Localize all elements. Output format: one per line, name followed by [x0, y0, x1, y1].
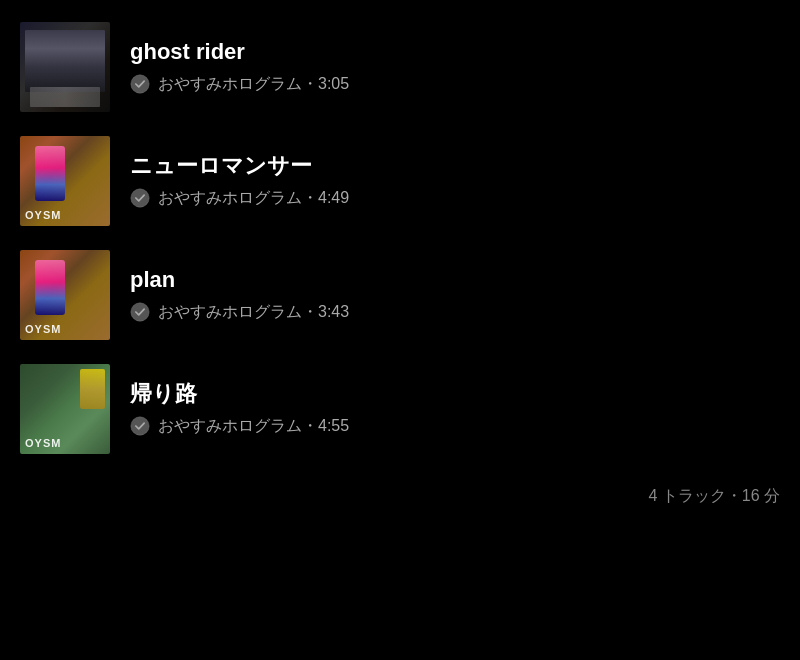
- track-item[interactable]: ニューロマンサー おやすみホログラム・4:49: [0, 124, 800, 238]
- track-info: ghost rider おやすみホログラム・3:05: [130, 39, 780, 94]
- track-title: plan: [130, 267, 780, 293]
- track-subtitle: おやすみホログラム・3:05: [158, 74, 349, 95]
- track-subtitle: おやすみホログラム・4:49: [158, 188, 349, 209]
- album-art: [20, 364, 110, 454]
- track-meta: おやすみホログラム・4:55: [130, 416, 780, 437]
- album-art: [20, 136, 110, 226]
- svg-point-3: [131, 417, 149, 435]
- track-count-footer: 4 トラック・16 分: [0, 466, 800, 527]
- checkmark-icon: [130, 188, 150, 208]
- track-title: 帰り路: [130, 381, 780, 407]
- track-item[interactable]: plan おやすみホログラム・3:43: [0, 238, 800, 352]
- track-meta: おやすみホログラム・4:49: [130, 188, 780, 209]
- track-meta: おやすみホログラム・3:43: [130, 302, 780, 323]
- checkmark-icon: [130, 302, 150, 322]
- track-meta: おやすみホログラム・3:05: [130, 74, 780, 95]
- svg-point-0: [131, 75, 149, 93]
- track-subtitle: おやすみホログラム・3:43: [158, 302, 349, 323]
- track-info: plan おやすみホログラム・3:43: [130, 267, 780, 322]
- track-item[interactable]: ghost rider おやすみホログラム・3:05: [0, 10, 800, 124]
- track-info: ニューロマンサー おやすみホログラム・4:49: [130, 153, 780, 208]
- track-title: ghost rider: [130, 39, 780, 65]
- album-art: [20, 250, 110, 340]
- checkmark-icon: [130, 416, 150, 436]
- footer-label: 4 トラック・16 分: [648, 487, 780, 504]
- svg-point-1: [131, 189, 149, 207]
- track-list: ghost rider おやすみホログラム・3:05 ニューロマンサー おやすみ…: [0, 0, 800, 537]
- track-title: ニューロマンサー: [130, 153, 780, 179]
- checkmark-icon: [130, 74, 150, 94]
- track-subtitle: おやすみホログラム・4:55: [158, 416, 349, 437]
- album-art: [20, 22, 110, 112]
- svg-point-2: [131, 303, 149, 321]
- track-item[interactable]: 帰り路 おやすみホログラム・4:55: [0, 352, 800, 466]
- track-info: 帰り路 おやすみホログラム・4:55: [130, 381, 780, 436]
